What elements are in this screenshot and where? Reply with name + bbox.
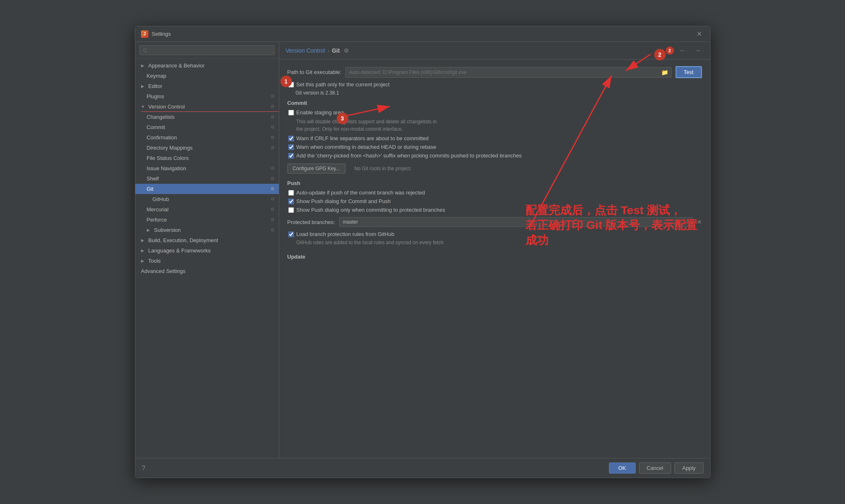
git-path-input[interactable] xyxy=(345,67,671,78)
auto-update-checkbox[interactable] xyxy=(288,190,294,196)
set-path-only-label: Set this path only for the current proje… xyxy=(296,81,390,88)
gear-icon: ⚙ xyxy=(271,114,275,120)
sidebar-item-git[interactable]: Git ⚙ xyxy=(135,184,279,194)
gear-icon: ⚙ xyxy=(271,104,275,109)
sidebar-item-confirmation[interactable]: Confirmation ⚙ xyxy=(135,132,279,143)
enable-staging-checkbox[interactable] xyxy=(288,110,294,116)
sidebar-item-label: Languages & Frameworks xyxy=(148,247,211,254)
expand-icon: ▼ xyxy=(141,104,146,109)
show-push-protected-checkbox[interactable] xyxy=(288,207,294,213)
sidebar-item-subversion[interactable]: ▶ Subversion ⚙ xyxy=(135,225,279,235)
sidebar-item-plugins[interactable]: Plugins ⚙ xyxy=(135,91,279,102)
title-bar: J Settings ✕ xyxy=(135,26,710,42)
sidebar-item-label: Mercurial xyxy=(147,206,169,213)
sidebar-item-issue-navigation[interactable]: Issue Navigation ⚙ xyxy=(135,163,279,173)
sidebar-item-appearance[interactable]: ▶ Appearance & Behavior xyxy=(135,60,279,71)
sidebar-item-shelf[interactable]: Shelf ⚙ xyxy=(135,173,279,184)
breadcrumb-current: Git xyxy=(332,47,340,54)
clear-protected-button[interactable]: ✕ xyxy=(697,219,702,225)
set-path-checkbox-row: Set this path only for the current proje… xyxy=(287,81,702,88)
warn-crlf-row: Warn if CRLF line separators are about t… xyxy=(287,135,702,141)
help-button[interactable]: ? xyxy=(142,465,146,472)
warn-crlf-checkbox[interactable] xyxy=(288,136,294,141)
breadcrumb-parent[interactable]: Version Control xyxy=(286,47,325,54)
footer-buttons: OK Cancel Apply xyxy=(609,462,704,474)
sidebar-item-label: Changelists xyxy=(147,114,175,120)
sidebar-item-directory-mappings[interactable]: Directory Mappings ⚙ xyxy=(135,143,279,153)
sidebar-item-github[interactable]: GitHub ⚙ xyxy=(135,194,279,204)
git-version-text: Git version is 2.38.1 xyxy=(296,90,702,96)
nav-badge: 2 xyxy=(666,46,674,55)
warn-detached-row: Warn when committing in detached HEAD or… xyxy=(287,144,702,150)
sidebar-item-build[interactable]: ▶ Build, Execution, Deployment xyxy=(135,235,279,245)
sidebar-item-label: Tools xyxy=(148,258,161,264)
protected-branches-input[interactable] xyxy=(339,217,693,227)
path-label: Path to Git executable: xyxy=(287,69,342,75)
sidebar-item-keymap[interactable]: Keymap xyxy=(135,71,279,81)
ok-button[interactable]: OK xyxy=(609,462,636,474)
sidebar-item-label: Shelf xyxy=(147,176,159,182)
folder-button[interactable]: 📁 xyxy=(661,69,668,76)
main-content: Version Control › Git ⚙ 2 ← → Path to Gi… xyxy=(279,42,710,458)
gear-icon: ⚙ xyxy=(271,166,275,171)
gpg-row: Configure GPG Key... No Git roots in the… xyxy=(287,164,702,173)
nav-back-button[interactable]: ← xyxy=(677,46,689,55)
sidebar-item-perforce[interactable]: Perforce ⚙ xyxy=(135,215,279,225)
gear-icon: ⚙ xyxy=(271,145,275,150)
sidebar-item-label: Version Control xyxy=(148,104,185,110)
expand-icon: ▶ xyxy=(141,84,146,88)
sidebar-item-tools[interactable]: ▶ Tools xyxy=(135,256,279,266)
apply-button[interactable]: Apply xyxy=(674,462,704,474)
test-button[interactable]: Test xyxy=(676,66,702,78)
enable-staging-row: Enable staging area xyxy=(287,109,702,116)
sidebar-item-changelists[interactable]: Changelists ⚙ xyxy=(135,112,279,122)
sidebar-item-editor[interactable]: ▶ Editor xyxy=(135,81,279,91)
no-git-roots-text: No Git roots in the project. xyxy=(354,166,412,171)
sidebar-item-label: Issue Navigation xyxy=(147,165,186,171)
push-section: Push Auto-update if push of the current … xyxy=(287,180,702,245)
sidebar-item-label: Advanced Settings xyxy=(141,268,185,274)
show-push-dialog-label: Show Push dialog for Commit and Push xyxy=(296,198,391,204)
gear-icon: ⚙ xyxy=(271,94,275,99)
show-push-dialog-checkbox[interactable] xyxy=(288,199,294,204)
load-branch-checkbox[interactable] xyxy=(288,231,294,237)
warn-detached-checkbox[interactable] xyxy=(288,144,294,150)
sidebar-item-commit[interactable]: Commit ⚙ xyxy=(135,122,279,132)
cherry-pick-checkbox[interactable] xyxy=(288,153,294,159)
commit-section-title: Commit xyxy=(287,100,702,106)
settings-icon: ⚙ xyxy=(344,47,349,54)
cancel-button[interactable]: Cancel xyxy=(639,462,671,474)
badge-3: 3 xyxy=(337,113,348,124)
gear-icon: ⚙ xyxy=(271,135,275,140)
show-push-protected-label: Show Push dialog only when committing to… xyxy=(296,207,445,213)
configure-gpg-button[interactable]: Configure GPG Key... xyxy=(287,164,345,173)
close-button[interactable]: ✕ xyxy=(694,29,704,39)
badge-1: 1 xyxy=(280,76,292,87)
nav-forward-button[interactable]: → xyxy=(692,46,704,55)
app-icon: J xyxy=(141,30,148,38)
gear-icon: ⚙ xyxy=(271,227,275,233)
sidebar-item-version-control[interactable]: ▼ Version Control ⚙ xyxy=(135,102,279,112)
gear-icon: ⚙ xyxy=(271,176,275,181)
sidebar-item-languages[interactable]: ▶ Languages & Frameworks xyxy=(135,245,279,256)
warn-detached-label: Warn when committing in detached HEAD or… xyxy=(296,144,437,150)
sidebar-item-label: Build, Execution, Deployment xyxy=(148,237,218,243)
expand-icon: ▶ xyxy=(141,259,146,263)
sidebar: ▶ Appearance & Behavior Keymap ▶ Editor … xyxy=(135,42,279,458)
enable-staging-desc: This will disable changelists support an… xyxy=(296,118,702,133)
sidebar-item-label: Keymap xyxy=(147,73,167,79)
sidebar-item-advanced[interactable]: Advanced Settings xyxy=(135,266,279,276)
sidebar-item-label: Subversion xyxy=(154,227,181,233)
gear-icon: ⚙ xyxy=(271,125,275,130)
sidebar-item-label: Commit xyxy=(147,124,165,130)
search-input[interactable] xyxy=(139,45,275,55)
expand-icon: ▶ xyxy=(147,228,152,232)
gear-icon: ⚙ xyxy=(271,217,275,222)
sidebar-item-label: Directory Mappings xyxy=(147,145,193,151)
sidebar-section: ▶ Appearance & Behavior Keymap ▶ Editor … xyxy=(135,59,279,278)
sidebar-item-mercurial[interactable]: Mercurial ⚙ xyxy=(135,204,279,215)
expand-icon: ▶ xyxy=(141,248,146,253)
sidebar-item-label: Plugins xyxy=(147,93,164,99)
sidebar-item-label: Editor xyxy=(148,83,162,89)
sidebar-item-file-status-colors[interactable]: File Status Colors xyxy=(135,153,279,163)
